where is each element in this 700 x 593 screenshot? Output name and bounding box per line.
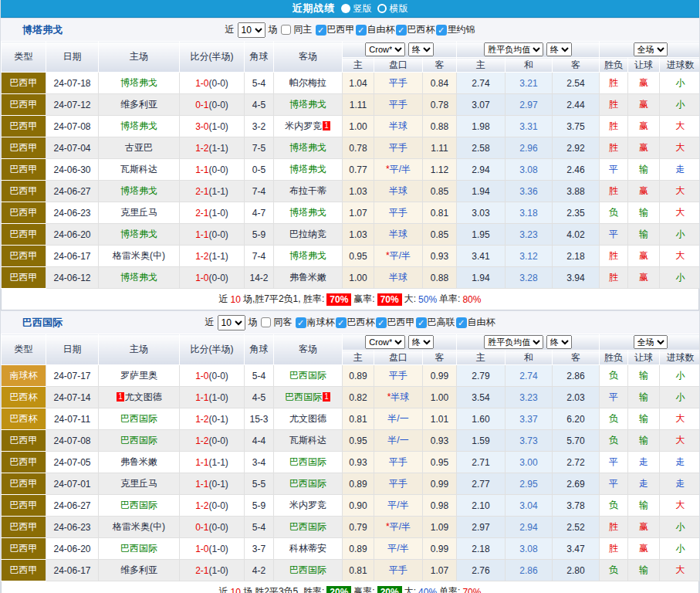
avg-draw-value: 2.94 (519, 522, 537, 533)
avg-final-select[interactable]: 终 (546, 42, 572, 56)
avg-draw: 3.18 (506, 202, 553, 224)
away-team: 米内罗竞1 (274, 116, 343, 137)
score-cell: 1-1(1-1) (180, 452, 245, 473)
away-team: 博塔弗戈 (274, 94, 343, 116)
full-score: 1-1 (195, 392, 208, 403)
same-side-checkbox[interactable] (261, 317, 271, 327)
table-row: 巴西甲24-07-04古亚巴1-2(1-1)7-5博塔弗戈0.78平手1.112… (2, 137, 700, 159)
score-cell: 2-1(1-0) (180, 560, 245, 581)
section-filter-row: 巴西国际 近 10 场 同客 ✓南球杯✓巴西杯✓巴西甲✓巴高联✓自由杯 (1, 310, 699, 334)
league-checkbox[interactable]: ✓ (296, 317, 306, 328)
league-checkbox[interactable]: ✓ (336, 317, 347, 328)
full-score: 1-2 (195, 500, 208, 511)
radio-selected-icon[interactable] (341, 4, 350, 13)
match-date: 24-06-23 (46, 517, 99, 538)
away-team: 帕尔梅拉 (274, 73, 343, 94)
match-date: 24-06-17 (46, 246, 99, 267)
same-side-checkbox[interactable] (281, 25, 291, 35)
near-games-select[interactable]: 10 (238, 22, 265, 38)
odds-final-select[interactable]: 终 (408, 335, 434, 349)
result-handicap: 输 (628, 365, 660, 387)
league-checkbox[interactable]: ✓ (316, 25, 326, 36)
half-score: (0-0) (209, 100, 228, 110)
summary-single-rate: 80% (462, 294, 481, 305)
avg-draw: 3.23 (506, 387, 553, 408)
away-team: 科林蒂安 (274, 538, 343, 560)
league-label: 自由杯 (367, 23, 395, 36)
score-cell: 0-1(0-0) (180, 517, 245, 538)
avg-away: 4.02 (553, 224, 600, 246)
away-team-name: 博塔弗戈 (289, 250, 326, 261)
scope-select[interactable]: 全场 (634, 335, 668, 349)
result-goals: 大 (660, 246, 700, 267)
radio-unselected-icon[interactable] (377, 4, 387, 13)
avg-draw-value: 3.23 (519, 229, 537, 240)
avg-home: 2.74 (457, 73, 506, 94)
corner-cell: 3-2 (245, 116, 274, 137)
summary-big-label: 大: (404, 585, 416, 593)
avg-away: 3.78 (553, 495, 600, 517)
col-home: 主场 (99, 334, 180, 365)
half-score: (0-0) (209, 273, 228, 283)
odds-final-select[interactable]: 终 (408, 42, 434, 56)
half-score: (0-1) (209, 479, 228, 490)
col-result-handicap: 让球 (628, 58, 660, 73)
avg-home: 1.98 (457, 116, 506, 137)
section-summary: 近10场,胜7平2负1, 胜率: 70% 赢率: 70% 大:50% 单率:80… (1, 289, 699, 310)
layout-radio-vertical[interactable]: 竖版 (341, 2, 372, 15)
corner-cell: 0-5 (245, 159, 274, 181)
result-handicap: 输 (628, 430, 660, 452)
games-label: 场 (249, 316, 258, 329)
odds-home: 0.89 (343, 365, 374, 387)
odds-away: 1.07 (423, 560, 457, 581)
col-result-handicap: 让球 (628, 351, 660, 365)
result-handicap: 输 (628, 159, 660, 181)
league-checkbox[interactable]: ✓ (416, 317, 427, 328)
league-checkbox[interactable]: ✓ (456, 317, 467, 328)
odds-company-select[interactable]: Crow* (365, 42, 405, 56)
league-checkbox[interactable]: ✓ (356, 25, 367, 36)
full-score: 1-2 (195, 435, 208, 446)
match-date: 24-07-05 (46, 452, 99, 473)
handicap-cell: 平手 (374, 94, 423, 116)
avg-draw: 3.23 (506, 224, 553, 246)
match-type-cell: 巴西甲 (2, 517, 46, 538)
corner-cell: 5-5 (245, 473, 274, 495)
odds-group-header: Crow* 终 (343, 334, 457, 351)
avg-type-select[interactable]: 胜平负均值 (484, 335, 543, 349)
result-wdl: 胜 (600, 116, 628, 137)
layout-radio-horizontal[interactable]: 横版 (377, 2, 408, 15)
league-checkbox[interactable]: ✓ (376, 317, 387, 328)
corner-cell: 7-5 (245, 137, 274, 159)
radio-horizontal-label: 横版 (390, 2, 408, 15)
avg-final-select[interactable]: 终 (546, 335, 572, 349)
full-score: 1-2 (195, 414, 208, 425)
avg-away: 2.69 (553, 473, 600, 495)
avg-home: 2.58 (457, 137, 506, 159)
result-wdl: 平 (600, 159, 628, 181)
away-team: 博塔弗戈 (274, 159, 343, 181)
avg-away: 2.52 (553, 517, 600, 538)
league-checkbox[interactable]: ✓ (396, 25, 407, 36)
summary-single-label: 单率: (439, 585, 460, 593)
home-team-name: 博塔弗戈 (120, 120, 157, 131)
result-goals: 大 (660, 495, 700, 517)
result-wdl: 负 (600, 202, 628, 224)
handicap-name: 平手 (389, 142, 407, 153)
league-filters: ✓南球杯✓巴西杯✓巴西甲✓巴高联✓自由杯 (296, 316, 495, 329)
handicap-cell: 平/半 (374, 495, 423, 517)
handicap-name: 平手 (389, 207, 407, 218)
half-score: (1-0) (209, 565, 228, 576)
corner-cell: 4-5 (245, 387, 274, 408)
near-games-select[interactable]: 10 (218, 315, 245, 330)
result-handicap: 输 (628, 495, 660, 517)
avg-type-select[interactable]: 胜平负均值 (484, 42, 543, 56)
league-label: 自由杯 (468, 316, 495, 329)
match-type-cell: 巴西甲 (2, 224, 46, 246)
odds-away: 0.99 (423, 473, 457, 495)
result-goals: 大 (660, 408, 700, 430)
full-score: 2-1 (195, 565, 208, 576)
odds-company-select[interactable]: Crow* (365, 335, 405, 349)
scope-select[interactable]: 全场 (634, 42, 668, 56)
league-checkbox[interactable]: ✓ (436, 25, 447, 36)
